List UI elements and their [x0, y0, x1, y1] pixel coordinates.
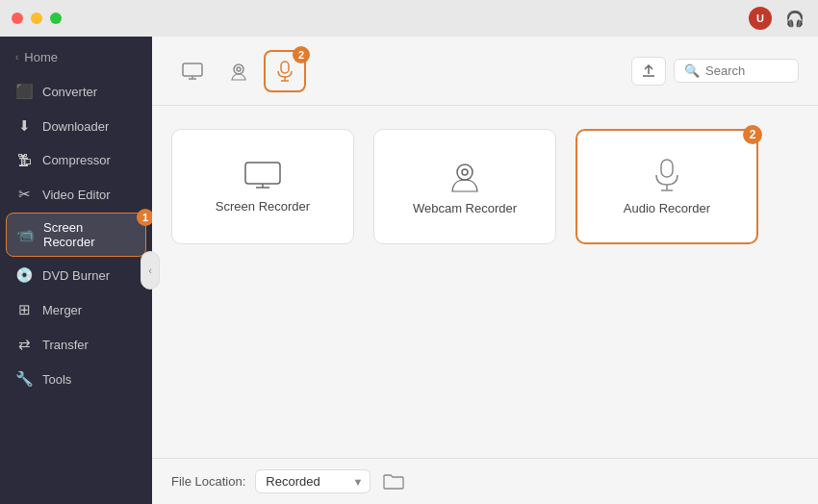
downloader-icon: ⬇	[15, 117, 33, 135]
user-avatar[interactable]: U	[749, 7, 772, 30]
sidebar-item-wrap-transfer: ⇄ Transfer	[0, 328, 152, 361]
upload-icon	[641, 63, 656, 79]
audio-recorder-card-icon	[653, 159, 680, 193]
compressor-icon: 🗜	[15, 152, 33, 168]
content-header: 2 🔍	[152, 37, 818, 106]
main-layout: ‹ Home ⬛ Converter ⬇ Downloader 🗜 Compre…	[0, 37, 818, 504]
svg-rect-13	[661, 160, 673, 177]
header-right: 🔍	[631, 57, 799, 86]
sidebar-item-converter[interactable]: ⬛ Converter	[0, 75, 152, 108]
card-audio-recorder[interactable]: 2 Audio Recorder	[575, 129, 758, 244]
headphone-icon[interactable]: 🎧	[783, 7, 806, 30]
sidebar-item-tools[interactable]: 🔧 Tools	[0, 363, 152, 395]
card-label-audio-recorder: Audio Recorder	[624, 201, 710, 215]
svg-rect-5	[281, 62, 289, 73]
svg-point-4	[237, 67, 241, 71]
audio-tab-icon	[276, 61, 294, 82]
search-box: 🔍	[674, 59, 799, 83]
sidebar-home[interactable]: ‹ Home	[0, 44, 152, 74]
sidebar-label-screen-recorder: Screen Recorder	[43, 220, 136, 249]
file-location-select[interactable]: Recorded Documents Desktop Downloads	[255, 469, 371, 493]
merger-icon: ⊞	[15, 301, 33, 318]
sidebar-item-dvd-burner[interactable]: 💿 DVD Burner	[0, 259, 152, 291]
cards-area: Screen Recorder Webcam Recorder 2	[152, 106, 818, 458]
sidebar-item-wrap-converter: ⬛ Converter	[0, 75, 152, 108]
svg-point-12	[462, 169, 468, 175]
webcam-tab-icon	[228, 61, 249, 82]
folder-button[interactable]	[380, 468, 407, 495]
sidebar-item-downloader[interactable]: ⬇ Downloader	[0, 110, 152, 142]
content-area: ‹	[152, 37, 818, 504]
sidebar: ‹ Home ⬛ Converter ⬇ Downloader 🗜 Compre…	[0, 37, 152, 504]
traffic-light-yellow[interactable]	[31, 13, 42, 24]
sidebar-label-merger: Merger	[42, 303, 82, 317]
sidebar-label-compressor: Compressor	[42, 153, 111, 167]
sidebar-item-wrap-downloader: ⬇ Downloader	[0, 110, 152, 142]
sidebar-item-screen-recorder[interactable]: 📹 Screen Recorder	[6, 213, 146, 257]
converter-icon: ⬛	[15, 83, 33, 100]
sidebar-label-tools: Tools	[42, 372, 71, 387]
sidebar-item-transfer[interactable]: ⇄ Transfer	[0, 328, 152, 361]
card-screen-recorder[interactable]: Screen Recorder	[171, 129, 354, 244]
svg-rect-8	[245, 163, 280, 184]
sidebar-item-wrap-compressor: 🗜 Compressor	[0, 144, 152, 176]
traffic-light-green[interactable]	[50, 13, 62, 24]
svg-point-11	[457, 164, 473, 180]
tab-icons: 2	[171, 50, 306, 92]
sidebar-item-wrap-screen-recorder: 📹 Screen Recorder 1	[0, 213, 152, 257]
sidebar-item-wrap-dvd-burner: 💿 DVD Burner	[0, 259, 152, 291]
chevron-left-icon: ‹	[15, 52, 18, 63]
svg-point-3	[234, 64, 243, 74]
home-label: Home	[24, 50, 58, 64]
screen-recorder-icon: 📹	[16, 226, 34, 243]
sidebar-label-converter: Converter	[42, 85, 97, 99]
webcam-recorder-card-icon	[447, 159, 482, 193]
sidebar-item-video-editor[interactable]: ✂ Video Editor	[0, 178, 152, 211]
folder-icon	[383, 473, 404, 491]
screen-recorder-card-icon	[243, 161, 282, 191]
sidebar-item-wrap-video-editor: ✂ Video Editor	[0, 178, 152, 211]
file-location-select-wrap: Recorded Documents Desktop Downloads ▼	[255, 469, 371, 493]
sidebar-item-wrap-tools: 🔧 Tools	[0, 363, 152, 395]
audio-tab-badge: 2	[293, 46, 310, 63]
upload-button[interactable]	[631, 57, 666, 86]
sidebar-item-merger[interactable]: ⊞ Merger	[0, 293, 152, 326]
traffic-light-red[interactable]	[12, 13, 23, 24]
sidebar-label-video-editor: Video Editor	[42, 188, 111, 202]
sidebar-label-transfer: Transfer	[42, 338, 89, 352]
screen-tab-icon	[182, 63, 203, 80]
video-editor-icon: ✂	[15, 186, 33, 203]
card-label-webcam-recorder: Webcam Recorder	[413, 201, 517, 215]
search-input[interactable]	[705, 63, 788, 78]
title-bar: U 🎧	[0, 0, 818, 37]
search-icon: 🔍	[684, 63, 700, 78]
svg-rect-0	[183, 63, 202, 76]
sidebar-label-dvd-burner: DVD Burner	[42, 268, 110, 283]
audio-card-badge: 2	[743, 125, 762, 144]
sidebar-item-compressor[interactable]: 🗜 Compressor	[0, 144, 152, 176]
sidebar-label-downloader: Downloader	[42, 119, 109, 134]
transfer-icon: ⇄	[15, 336, 33, 353]
card-webcam-recorder[interactable]: Webcam Recorder	[373, 129, 556, 244]
content-footer: File Location: Recorded Documents Deskto…	[152, 458, 818, 504]
sidebar-item-wrap-merger: ⊞ Merger	[0, 293, 152, 326]
collapse-handle[interactable]: ‹	[141, 251, 160, 290]
dvd-burner-icon: 💿	[15, 266, 33, 284]
tools-icon: 🔧	[15, 370, 33, 388]
file-location-label: File Location:	[171, 474, 245, 489]
card-label-screen-recorder: Screen Recorder	[216, 199, 310, 214]
tab-webcam-recorder[interactable]	[217, 50, 260, 92]
tab-screen-recorder[interactable]	[171, 50, 214, 92]
